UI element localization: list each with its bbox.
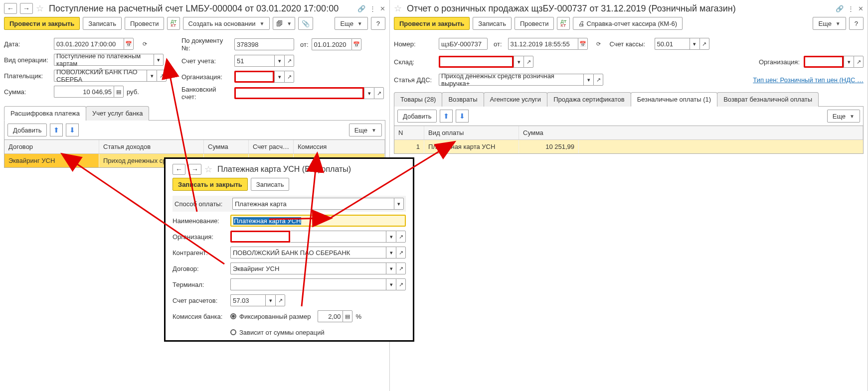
- bankacc-open-button[interactable]: [374, 87, 384, 99]
- add-button[interactable]: Добавить: [397, 110, 437, 123]
- bankacc-input[interactable]: [234, 87, 364, 99]
- payer-open-button[interactable]: [157, 70, 167, 82]
- help-button[interactable]: ?: [371, 17, 385, 30]
- save-button[interactable]: Записать: [251, 178, 290, 191]
- more-icon[interactable]: ⋮: [369, 5, 376, 12]
- org-drop-button[interactable]: ▾: [274, 71, 284, 83]
- dtkt-button[interactable]: ДᴛКᴛ: [557, 17, 569, 30]
- date-sync-icon[interactable]: ⟳: [594, 38, 604, 50]
- name-input[interactable]: Платежная карта УСН: [230, 215, 406, 227]
- nav-back-button[interactable]: ←: [4, 3, 17, 14]
- contract-drop-button[interactable]: ▾: [386, 262, 396, 274]
- org-open-button[interactable]: [284, 71, 294, 83]
- close-icon[interactable]: ✕: [380, 5, 385, 12]
- date-input[interactable]: 03.01.2020 17:00:00: [54, 38, 124, 50]
- method-input[interactable]: Платежная карта: [232, 198, 394, 210]
- radio-depends[interactable]: Зависит от суммы операций: [230, 329, 325, 336]
- settle-open-button[interactable]: [275, 294, 285, 306]
- more-button[interactable]: Еще▼: [813, 17, 846, 30]
- terminal-input[interactable]: [230, 278, 386, 290]
- tab-returns[interactable]: Возвраты: [442, 92, 484, 107]
- porg-input[interactable]: [230, 231, 290, 243]
- more-table-button[interactable]: Еще▼: [827, 110, 860, 123]
- dds-drop-button[interactable]: ▾: [583, 74, 593, 86]
- more-icon[interactable]: ⋮: [848, 5, 854, 12]
- porg-drop-button[interactable]: ▾: [386, 231, 396, 243]
- terminal-open-button[interactable]: [396, 278, 406, 290]
- bankacc-drop-button[interactable]: ▾: [364, 87, 374, 99]
- close-icon[interactable]: ✕: [858, 5, 864, 12]
- move-down-button[interactable]: ⬇: [66, 124, 79, 136]
- rorg-drop-button[interactable]: ▾: [844, 56, 854, 68]
- tab-agent[interactable]: Агентские услуги: [484, 92, 548, 107]
- radio-fixed[interactable]: Фиксированный размер: [230, 313, 311, 320]
- save-button[interactable]: Записать: [83, 17, 122, 30]
- star-icon[interactable]: ☆: [394, 3, 402, 14]
- fromdate-cal-button[interactable]: [578, 38, 588, 50]
- star-icon[interactable]: ☆: [36, 3, 44, 14]
- post-button[interactable]: Провести: [125, 17, 165, 30]
- post-close-button[interactable]: Провести и закрыть: [394, 17, 470, 30]
- method-drop-button[interactable]: ▾: [394, 198, 404, 210]
- account-open-button[interactable]: [284, 55, 294, 67]
- rorg-open-button[interactable]: [854, 56, 864, 68]
- payer-drop-button[interactable]: ▾: [147, 70, 157, 82]
- counter-open-button[interactable]: [396, 247, 406, 259]
- cash-input[interactable]: 50.01: [655, 38, 690, 50]
- post-button[interactable]: Провести: [515, 17, 554, 30]
- move-up-button[interactable]: ⬆: [440, 110, 453, 123]
- rorg-input[interactable]: [804, 56, 844, 68]
- account-input[interactable]: 51: [234, 55, 274, 67]
- help-button[interactable]: ?: [849, 17, 864, 30]
- commission-input[interactable]: 2,00: [318, 310, 343, 322]
- contract-input[interactable]: Эквайринг УСН: [230, 262, 386, 274]
- org-input[interactable]: [234, 71, 274, 83]
- account-drop-button[interactable]: ▾: [274, 55, 284, 67]
- fromdate-cal-button[interactable]: [351, 38, 361, 50]
- cash-drop-button[interactable]: ▾: [690, 38, 699, 50]
- more-table-button[interactable]: Еще▼: [349, 124, 382, 136]
- fromdate-input[interactable]: 01.01.2020: [312, 38, 351, 50]
- dds-input[interactable]: Приход денежных средств розничная выручк…: [439, 74, 583, 86]
- porg-open-button[interactable]: [396, 231, 406, 243]
- nav-fwd-button[interactable]: →: [188, 164, 201, 175]
- link-icon[interactable]: 🔗: [836, 5, 844, 12]
- dds-open-button[interactable]: [593, 74, 603, 86]
- tab-cashless[interactable]: Безналичные оплаты (1): [631, 92, 717, 107]
- link-icon[interactable]: 🔗: [357, 5, 365, 12]
- counter-input[interactable]: ПОВОЛЖСКИЙ БАНК ПАО СБЕРБАНК: [230, 247, 386, 259]
- optype-input[interactable]: Поступление по платежным картам: [54, 54, 154, 66]
- add-button[interactable]: Добавить: [7, 124, 47, 136]
- contract-open-button[interactable]: [396, 262, 406, 274]
- create-base-button[interactable]: Создать на основании▼: [183, 17, 270, 30]
- save-button[interactable]: Записать: [473, 17, 512, 30]
- attach-icon-button[interactable]: 📎: [298, 17, 313, 30]
- km6-button[interactable]: 🖨 Справка-отчет кассира (КМ-6): [573, 17, 683, 30]
- more-button[interactable]: Еще▼: [335, 17, 367, 30]
- dtkt-button[interactable]: ДᴛКᴛ: [167, 17, 179, 30]
- num-input[interactable]: щзБУ-000737: [439, 38, 488, 50]
- settle-drop-button[interactable]: ▾: [265, 294, 275, 306]
- tab-bank-services[interactable]: Учет услуг банка: [86, 106, 149, 121]
- sum-calc-button[interactable]: ▤: [114, 86, 124, 98]
- nav-fwd-button[interactable]: →: [20, 3, 33, 14]
- move-down-button[interactable]: ⬇: [456, 110, 469, 123]
- cash-open-button[interactable]: [699, 38, 709, 50]
- store-input[interactable]: [439, 56, 514, 68]
- store-drop-button[interactable]: ▾: [514, 56, 523, 68]
- optype-drop-button[interactable]: ▾: [154, 54, 164, 66]
- payer-input[interactable]: ПОВОЛЖСКИЙ БАНК ПАО СБЕРБА: [54, 70, 147, 82]
- report-icon-button[interactable]: 🗐▼: [273, 17, 295, 30]
- sum-input[interactable]: 10 046,95: [54, 86, 114, 98]
- commission-calc-button[interactable]: ▤: [343, 310, 352, 322]
- save-close-button[interactable]: Записать и закрыть: [173, 178, 248, 191]
- settle-input[interactable]: 57.03: [230, 294, 265, 306]
- tab-goods[interactable]: Товары (28): [394, 92, 442, 107]
- move-up-button[interactable]: ⬆: [50, 124, 63, 136]
- pricetype-link[interactable]: Тип цен: Розничный тип цен (НДС …: [753, 76, 864, 84]
- tab-payment[interactable]: Расшифровка платежа: [4, 106, 86, 121]
- tab-cashless-return[interactable]: Возврат безналичной оплаты: [717, 92, 819, 107]
- docnum-input[interactable]: 378398: [234, 38, 294, 50]
- from-input[interactable]: 31.12.2019 18:55:55: [508, 38, 578, 50]
- counter-drop-button[interactable]: ▾: [386, 247, 396, 259]
